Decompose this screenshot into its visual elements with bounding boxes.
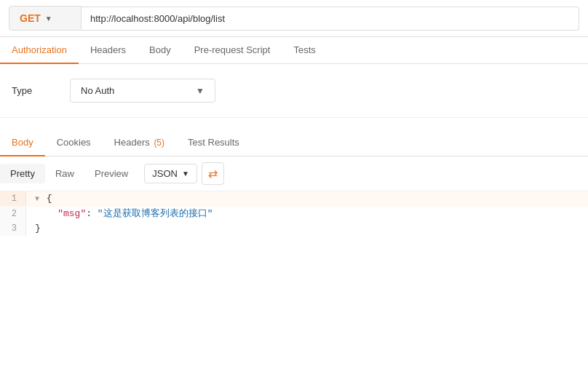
- tab-authorization[interactable]: Authorization: [0, 37, 79, 64]
- line-number-1: 1: [0, 191, 26, 206]
- headers-count-badge: (5): [154, 138, 164, 148]
- auth-type-label: Type: [12, 85, 55, 96]
- line-number-3: 3: [0, 221, 26, 236]
- wrap-button[interactable]: ⇄: [202, 162, 224, 185]
- collapse-icon[interactable]: ▼: [35, 192, 39, 207]
- line-content-3: }: [26, 221, 588, 236]
- tab-response-headers[interactable]: Headers (5): [103, 130, 176, 156]
- top-bar: GET ▼: [0, 0, 588, 37]
- url-input[interactable]: [82, 7, 579, 31]
- code-line-1: 1 ▼ {: [0, 191, 588, 207]
- tab-response-test-results[interactable]: Test Results: [176, 130, 251, 156]
- method-chevron-icon: ▼: [45, 15, 52, 23]
- tab-response-body[interactable]: Body: [0, 130, 45, 156]
- line-number-2: 2: [0, 207, 26, 221]
- auth-type-select[interactable]: No Auth ▼: [70, 79, 215, 103]
- code-line-3: 3 }: [0, 221, 588, 236]
- request-tabs: Authorization Headers Body Pre-request S…: [0, 37, 588, 64]
- wrap-icon: ⇄: [208, 167, 218, 180]
- body-format-bar: Pretty Raw Preview JSON ▼ ⇄: [0, 156, 588, 191]
- format-tab-pretty[interactable]: Pretty: [0, 164, 45, 183]
- tab-tests[interactable]: Tests: [282, 37, 327, 64]
- auth-section: Type No Auth ▼: [0, 64, 588, 118]
- line-content-2: "msg": "这是获取博客列表的接口": [26, 207, 588, 221]
- method-label: GET: [20, 12, 41, 24]
- auth-type-value: No Auth: [81, 85, 114, 96]
- tab-pre-request-script[interactable]: Pre-request Script: [183, 37, 282, 64]
- line-content-1: ▼ {: [26, 191, 588, 207]
- tab-headers[interactable]: Headers: [79, 37, 138, 64]
- format-type-select[interactable]: JSON ▼: [144, 164, 197, 183]
- format-type-value: JSON: [152, 168, 178, 179]
- auth-type-chevron-icon: ▼: [196, 86, 204, 96]
- code-editor[interactable]: 1 ▼ { 2 "msg": "这是获取博客列表的接口" 3 }: [0, 191, 588, 236]
- tab-body[interactable]: Body: [138, 37, 183, 64]
- format-tab-raw[interactable]: Raw: [45, 164, 84, 183]
- response-tabs: Body Cookies Headers (5) Test Results: [0, 130, 588, 156]
- format-chevron-icon: ▼: [182, 170, 189, 178]
- format-tab-preview[interactable]: Preview: [84, 164, 138, 183]
- method-selector[interactable]: GET ▼: [9, 6, 82, 31]
- code-line-2: 2 "msg": "这是获取博客列表的接口": [0, 207, 588, 221]
- tab-response-cookies[interactable]: Cookies: [45, 130, 103, 156]
